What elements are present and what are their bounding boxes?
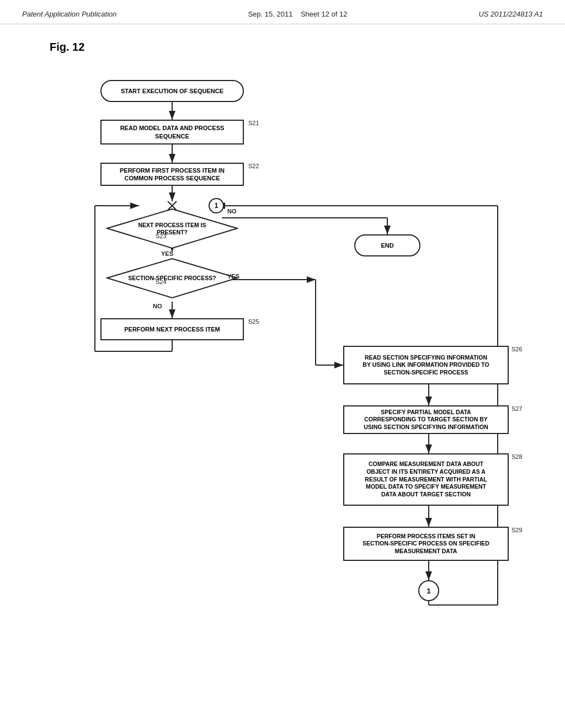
bottom-connector-1: 1 xyxy=(418,580,439,601)
s21-box: READ MODEL DATA AND PROCESSSEQUENCE xyxy=(100,120,244,144)
flowchart: START EXECUTION OF SEQUENCE READ MODEL D… xyxy=(45,65,520,671)
s27-box: SPECIFY PARTIAL MODEL DATACORRESPONDING … xyxy=(343,405,509,434)
s23-no-label: NO xyxy=(227,208,237,215)
header-right: US 2011/224813 A1 xyxy=(478,10,543,18)
top-connector-1: 1 xyxy=(209,198,224,213)
start-node: START EXECUTION OF SEQUENCE xyxy=(100,80,244,102)
s28-label: S28 xyxy=(511,453,523,460)
end-node: END xyxy=(354,234,420,256)
s26-box: READ SECTION SPECIFYING INFORMATIONBY US… xyxy=(343,346,509,384)
s29-box: PERFORM PROCESS ITEMS SET INSECTION-SPEC… xyxy=(343,527,509,561)
s22-box: PERFORM FIRST PROCESS ITEM INCOMMON PROC… xyxy=(100,163,244,186)
s23-yes-label: YES xyxy=(161,250,173,257)
s22-label: S22 xyxy=(248,163,259,169)
s29-label: S29 xyxy=(511,527,523,533)
s23-diamond: NEXT PROCESS ITEM ISPRESENT? xyxy=(106,208,238,249)
fig-label: Fig. 12 xyxy=(50,41,532,53)
s25-box: PERFORM NEXT PROCESS ITEM xyxy=(100,318,244,340)
page-header: Patent Application Publication Sep. 15, … xyxy=(0,0,565,24)
s28-box: COMPARE MEASUREMENT DATA ABOUTOBJECT IN … xyxy=(343,453,509,506)
header-left: Patent Application Publication xyxy=(22,10,117,18)
s21-label: S21 xyxy=(248,120,259,126)
s27-label: S27 xyxy=(511,405,523,412)
main-content: Fig. 12 xyxy=(0,24,565,688)
s24-no-label: NO xyxy=(153,303,162,309)
s25-label: S25 xyxy=(248,318,259,325)
header-center: Sep. 15, 2011 Sheet 12 of 12 xyxy=(248,10,347,18)
s26-label: S26 xyxy=(511,346,523,352)
s24-diamond: SECTION-SPECIFIC PROCESS? xyxy=(106,258,238,299)
s24-yes-label: YES xyxy=(227,273,239,280)
